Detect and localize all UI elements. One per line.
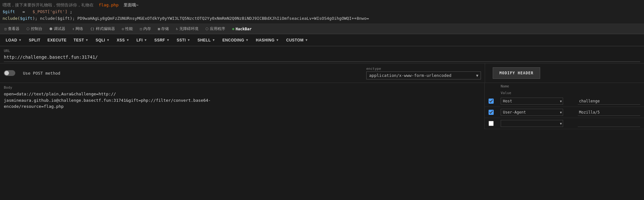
hashing-button[interactable]: HASHING ▼ [253,36,282,44]
tab-accessibility-label: 无障碍环境 [179,26,198,32]
encoding-arrow: ▼ [246,38,249,42]
ssti-label: SSTI [177,38,186,42]
tab-application[interactable]: ⬡ 应用程序 [202,25,228,33]
header-host-value[interactable] [578,98,640,105]
tab-console[interactable]: ⬡ 控制台 [23,25,46,33]
test-arrow: ▼ [85,38,89,42]
lfi-button[interactable]: LFI ▼ [133,36,151,44]
name-col-header: Name [501,84,563,88]
storage-icon: ▦ [158,27,160,31]
header-host-checkbox[interactable] [489,99,494,104]
enctype-select-wrapper: application/x-www-form-urlencoded multip… [366,71,481,79]
header-useragent-checkbox[interactable] [489,110,494,115]
url-input[interactable] [4,54,640,60]
value-col-header: Value [501,91,563,95]
load-button[interactable]: LOAD ▼ [3,36,25,44]
body-textarea[interactable]: open=data://text/plain,Aura&challenge=ht… [4,91,481,116]
test-label: TEST [74,38,84,42]
lfi-label: LFI [137,38,143,42]
sqli-arrow: ▼ [106,38,110,42]
header-empty-name-wrapper: ▼ [501,120,563,127]
middle-section: Use POST method enctype application/x-ww… [0,63,644,83]
url-section: URL [0,46,644,63]
custom-arrow: ▼ [305,38,308,42]
xss-arrow: ▼ [126,38,129,42]
hashing-label: HASHING [256,38,275,42]
post-method-label: Use POST method [23,71,60,76]
console-icon: ⬡ [26,27,30,31]
test-button[interactable]: TEST ▼ [70,36,92,44]
code-line-3: nclude($gift); nclude($gift); PD9waHAgLy… [3,15,641,22]
shell-button[interactable]: SHELL ▼ [194,36,218,44]
header-useragent-name-select[interactable]: User-Agent [501,109,563,116]
enctype-label: enctype [366,67,481,71]
network-icon: ↕ [72,27,75,31]
tab-style-editor[interactable]: {} 样式编辑器 [87,25,118,33]
encoding-button[interactable]: ENCODING ▼ [219,36,252,44]
accessibility-icon: ♿ [176,27,178,31]
tab-debugger-label: 调试器 [54,26,65,32]
header-useragent-value[interactable] [578,109,640,116]
split-label: SPLIT [29,38,40,42]
tab-performance[interactable]: ◎ 性能 [119,25,136,33]
code-filename: flag.php [99,3,119,7]
url-label: URL [4,49,640,53]
enctype-section: enctype application/x-www-form-urlencode… [366,67,481,79]
inspector-icon: ◫ [4,27,7,31]
memory-icon: ◫ [140,27,142,31]
enctype-select[interactable]: application/x-www-form-urlencoded multip… [366,71,481,79]
comment-text: 嘿嘿，接下来要拆开礼物啦，悄悄告诉你，礼物在 [3,3,94,7]
tab-network-label: 网络 [75,26,83,32]
split-button[interactable]: SPLIT [25,36,44,44]
style-icon: {} [90,27,94,31]
code-line-2: $gift = $_POST['gift'] ; [3,9,641,15]
custom-button[interactable]: CUSTOM ▼ [283,36,311,44]
header-entry-useragent: User-Agent ▼ [485,107,644,118]
modify-header-button[interactable]: MODIFY HEADER [493,67,540,79]
execute-label: EXECUTE [47,38,67,42]
tab-inspector-label: 查看器 [8,26,19,32]
header-empty-name-select[interactable] [501,120,563,127]
tab-hackbar[interactable]: ● HackBar [229,26,255,33]
hackbar-green-dot: ● [232,27,234,31]
tab-console-label: 控制台 [31,26,42,32]
header-entry-host: Host ▼ [485,96,644,107]
load-label: LOAD [6,38,17,42]
tab-storage[interactable]: ▦ 存储 [155,25,172,33]
tab-performance-label: 性能 [125,26,133,32]
header-host-name-select[interactable]: Host [501,98,563,105]
ssti-button[interactable]: SSTI ▼ [174,36,194,44]
tab-inspector[interactable]: ◫ 查看器 [1,25,23,33]
shell-label: SHELL [197,38,211,42]
body-label: Body [4,85,481,90]
header-empty-value[interactable] [578,120,640,127]
ssrf-label: SSRF [154,38,165,42]
lfi-arrow: ▼ [144,38,147,42]
ssrf-button[interactable]: SSRF ▼ [151,36,173,44]
sqli-label: SQLI [96,38,105,42]
custom-label: CUSTOM [286,38,304,42]
ssrf-arrow: ▼ [166,38,169,42]
tab-network[interactable]: ↕ 网络 [69,25,87,33]
hackbar-toolbar: LOAD ▼ SPLIT EXECUTE TEST ▼ SQLI ▼ XSS ▼… [0,34,644,46]
shell-arrow: ▼ [212,38,215,42]
hashing-arrow: ▼ [276,38,279,42]
devtools-tabbar: ◫ 查看器 ⬡ 控制台 ⬢ 调试器 ↕ 网络 {} 样式编辑器 ◎ 性能 ◫ 内… [0,24,644,34]
sqli-button[interactable]: SQLI ▼ [92,36,113,44]
headers-section: Name Value Host ▼ User-Agent ▼ [485,83,644,129]
tab-debugger[interactable]: ⬢ 调试器 [46,25,68,33]
tab-memory[interactable]: ◫ 内存 [137,25,154,33]
header-entry-empty: ▼ [485,118,644,129]
modify-header-section: MODIFY HEADER [485,63,644,83]
tab-accessibility[interactable]: ♿ 无障碍环境 [173,25,202,33]
code-area: 嘿嘿，接下来要拆开礼物啦，悄悄告诉你，礼物在 flag.php 里面哦~ $gi… [0,0,644,24]
xss-button[interactable]: XSS ▼ [114,36,133,44]
execute-button[interactable]: EXECUTE [44,36,70,44]
post-toggle[interactable] [4,70,15,76]
bottom-section: Body open=data://text/plain,Aura&challen… [0,83,644,129]
header-empty-checkbox[interactable] [489,121,494,126]
application-icon: ⬡ [205,27,209,31]
load-arrow: ▼ [18,38,22,42]
tab-storage-label: 存储 [161,26,169,32]
debugger-icon: ⬢ [49,27,53,31]
